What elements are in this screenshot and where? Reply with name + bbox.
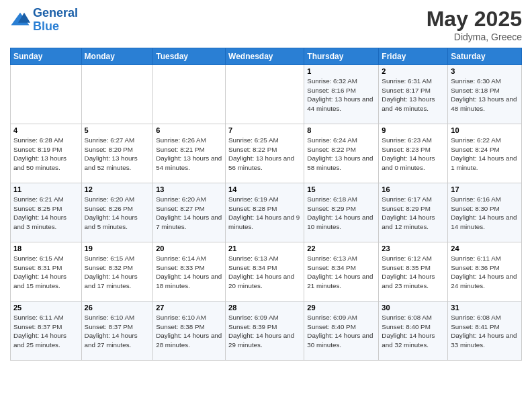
day-number: 4 (13, 126, 79, 134)
main-title: May 2025 (427, 7, 522, 32)
calendar-cell: 10Sunrise: 6:22 AM Sunset: 8:24 PM Dayli… (448, 124, 522, 183)
calendar-cell: 4Sunrise: 6:28 AM Sunset: 8:19 PM Daylig… (11, 124, 82, 183)
calendar-header-row: SundayMondayTuesdayWednesdayThursdayFrid… (11, 48, 522, 65)
title-block: May 2025 Didyma, Greece (427, 7, 522, 42)
calendar-cell: 20Sunrise: 6:14 AM Sunset: 8:33 PM Dayli… (153, 242, 226, 302)
day-number: 17 (451, 185, 519, 193)
day-number: 10 (451, 126, 519, 134)
day-number: 6 (156, 126, 222, 134)
day-number: 27 (156, 304, 222, 312)
day-info: Sunrise: 6:11 AM Sunset: 8:37 PM Dayligh… (13, 313, 79, 350)
day-number: 18 (13, 244, 79, 253)
calendar-cell: 12Sunrise: 6:20 AM Sunset: 8:26 PM Dayli… (81, 183, 153, 242)
calendar-body: 1Sunrise: 6:32 AM Sunset: 8:16 PM Daylig… (11, 65, 522, 361)
day-info: Sunrise: 6:27 AM Sunset: 8:20 PM Dayligh… (85, 136, 150, 173)
page-container: General Blue May 2025 Didyma, Greece Sun… (0, 0, 532, 367)
day-info: Sunrise: 6:09 AM Sunset: 8:39 PM Dayligh… (228, 313, 301, 350)
calendar-day-header: Friday (379, 48, 448, 65)
day-number: 7 (228, 126, 301, 134)
day-number: 14 (228, 185, 301, 193)
day-info: Sunrise: 6:13 AM Sunset: 8:34 PM Dayligh… (228, 254, 301, 291)
day-info: Sunrise: 6:15 AM Sunset: 8:32 PM Dayligh… (85, 254, 150, 291)
day-number: 28 (228, 304, 301, 312)
day-number: 26 (85, 304, 150, 312)
calendar-cell: 1Sunrise: 6:32 AM Sunset: 8:16 PM Daylig… (304, 65, 379, 124)
calendar-cell: 2Sunrise: 6:31 AM Sunset: 8:17 PM Daylig… (379, 65, 448, 124)
calendar-cell: 6Sunrise: 6:26 AM Sunset: 8:21 PM Daylig… (153, 124, 226, 183)
day-number: 9 (382, 126, 445, 134)
day-info: Sunrise: 6:31 AM Sunset: 8:17 PM Dayligh… (382, 77, 445, 113)
calendar-day-header: Wednesday (226, 48, 304, 65)
calendar-week-row: 4Sunrise: 6:28 AM Sunset: 8:19 PM Daylig… (11, 124, 522, 183)
calendar-day-header: Saturday (448, 48, 522, 65)
day-number: 15 (307, 185, 375, 193)
day-number: 2 (382, 67, 445, 75)
day-info: Sunrise: 6:32 AM Sunset: 8:16 PM Dayligh… (307, 77, 375, 113)
calendar-cell: 18Sunrise: 6:15 AM Sunset: 8:31 PM Dayli… (11, 242, 82, 302)
subtitle: Didyma, Greece (427, 32, 522, 42)
calendar-week-row: 11Sunrise: 6:21 AM Sunset: 8:25 PM Dayli… (11, 183, 522, 242)
day-info: Sunrise: 6:14 AM Sunset: 8:33 PM Dayligh… (156, 254, 222, 291)
logo-icon (10, 10, 30, 30)
day-number: 24 (451, 244, 519, 253)
day-number: 23 (382, 244, 445, 253)
logo-line2: Blue (33, 19, 59, 33)
day-number: 29 (307, 304, 375, 312)
day-info: Sunrise: 6:13 AM Sunset: 8:34 PM Dayligh… (307, 254, 375, 291)
day-info: Sunrise: 6:20 AM Sunset: 8:27 PM Dayligh… (156, 195, 222, 232)
day-info: Sunrise: 6:10 AM Sunset: 8:38 PM Dayligh… (156, 313, 222, 350)
calendar-cell: 15Sunrise: 6:18 AM Sunset: 8:29 PM Dayli… (304, 183, 379, 242)
calendar-cell: 5Sunrise: 6:27 AM Sunset: 8:20 PM Daylig… (81, 124, 153, 183)
calendar-cell: 13Sunrise: 6:20 AM Sunset: 8:27 PM Dayli… (153, 183, 226, 242)
day-info: Sunrise: 6:12 AM Sunset: 8:35 PM Dayligh… (382, 254, 445, 291)
calendar-cell: 21Sunrise: 6:13 AM Sunset: 8:34 PM Dayli… (226, 242, 304, 302)
calendar-cell: 9Sunrise: 6:23 AM Sunset: 8:23 PM Daylig… (379, 124, 448, 183)
day-number: 31 (451, 304, 519, 312)
day-number: 8 (307, 126, 375, 134)
logo: General Blue (10, 7, 78, 34)
day-info: Sunrise: 6:16 AM Sunset: 8:30 PM Dayligh… (451, 195, 519, 232)
calendar-cell (226, 65, 304, 124)
day-number: 16 (382, 185, 445, 193)
calendar-table: SundayMondayTuesdayWednesdayThursdayFrid… (10, 48, 522, 361)
day-info: Sunrise: 6:26 AM Sunset: 8:21 PM Dayligh… (156, 136, 222, 173)
day-info: Sunrise: 6:25 AM Sunset: 8:22 PM Dayligh… (228, 136, 301, 173)
calendar-week-row: 25Sunrise: 6:11 AM Sunset: 8:37 PM Dayli… (11, 302, 522, 361)
calendar-cell: 17Sunrise: 6:16 AM Sunset: 8:30 PM Dayli… (448, 183, 522, 242)
day-info: Sunrise: 6:08 AM Sunset: 8:40 PM Dayligh… (382, 313, 445, 350)
calendar-day-header: Thursday (304, 48, 379, 65)
calendar-cell: 19Sunrise: 6:15 AM Sunset: 8:32 PM Dayli… (81, 242, 153, 302)
logo-line1: General (33, 6, 78, 19)
day-info: Sunrise: 6:18 AM Sunset: 8:29 PM Dayligh… (307, 195, 375, 232)
day-info: Sunrise: 6:17 AM Sunset: 8:29 PM Dayligh… (382, 195, 445, 232)
calendar-cell: 11Sunrise: 6:21 AM Sunset: 8:25 PM Dayli… (11, 183, 82, 242)
calendar-cell: 28Sunrise: 6:09 AM Sunset: 8:39 PM Dayli… (226, 302, 304, 361)
day-info: Sunrise: 6:10 AM Sunset: 8:37 PM Dayligh… (85, 313, 150, 350)
calendar-cell: 31Sunrise: 6:08 AM Sunset: 8:41 PM Dayli… (448, 302, 522, 361)
day-number: 25 (13, 304, 79, 312)
calendar-cell (81, 65, 153, 124)
calendar-cell: 7Sunrise: 6:25 AM Sunset: 8:22 PM Daylig… (226, 124, 304, 183)
day-info: Sunrise: 6:20 AM Sunset: 8:26 PM Dayligh… (85, 195, 150, 232)
calendar-cell: 30Sunrise: 6:08 AM Sunset: 8:40 PM Dayli… (379, 302, 448, 361)
day-number: 19 (85, 244, 150, 253)
day-info: Sunrise: 6:28 AM Sunset: 8:19 PM Dayligh… (13, 136, 79, 173)
day-info: Sunrise: 6:24 AM Sunset: 8:22 PM Dayligh… (307, 136, 375, 173)
day-number: 22 (307, 244, 375, 253)
day-info: Sunrise: 6:19 AM Sunset: 8:28 PM Dayligh… (228, 195, 301, 232)
day-number: 11 (13, 185, 79, 193)
day-info: Sunrise: 6:22 AM Sunset: 8:24 PM Dayligh… (451, 136, 519, 173)
logo-text: General Blue (33, 7, 78, 34)
calendar-cell: 29Sunrise: 6:09 AM Sunset: 8:40 PM Dayli… (304, 302, 379, 361)
calendar-cell: 24Sunrise: 6:11 AM Sunset: 8:36 PM Dayli… (448, 242, 522, 302)
calendar-day-header: Sunday (11, 48, 82, 65)
page-header: General Blue May 2025 Didyma, Greece (10, 7, 522, 42)
calendar-week-row: 1Sunrise: 6:32 AM Sunset: 8:16 PM Daylig… (11, 65, 522, 124)
calendar-day-header: Monday (81, 48, 153, 65)
calendar-cell: 22Sunrise: 6:13 AM Sunset: 8:34 PM Dayli… (304, 242, 379, 302)
day-info: Sunrise: 6:21 AM Sunset: 8:25 PM Dayligh… (13, 195, 79, 232)
day-info: Sunrise: 6:30 AM Sunset: 8:18 PM Dayligh… (451, 77, 519, 113)
day-number: 12 (85, 185, 150, 193)
day-number: 13 (156, 185, 222, 193)
calendar-cell: 26Sunrise: 6:10 AM Sunset: 8:37 PM Dayli… (81, 302, 153, 361)
